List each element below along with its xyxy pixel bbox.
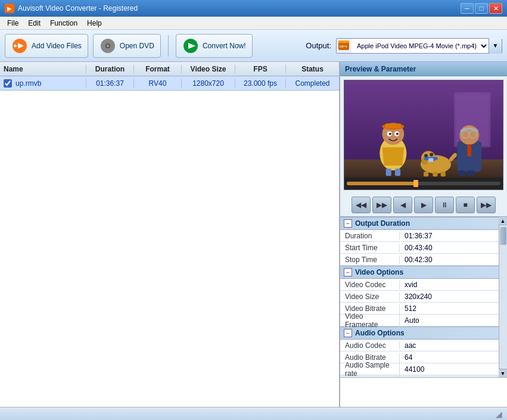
video-bitrate-val: 512 [400,304,507,313]
close-button[interactable]: ✕ [489,3,502,14]
forward-icon: ▶▶ [481,201,492,209]
video-options-container: Video Codec Video Size 320x240 Video Bit… [340,279,507,326]
menu-function[interactable]: Function [45,18,82,29]
start-time-row: Start Time [340,242,507,254]
preview-title: Preview & Parameter [345,65,416,73]
video-progress-thumb[interactable] [413,180,418,187]
output-duration-label: Output Duration [355,219,410,228]
toolbar-separator [168,35,169,57]
video-framerate-key: Video Framerate [340,312,400,329]
preview-panel: Preview & Parameter [340,62,507,407]
main-content: Name Duration Format Video Size FPS Stat… [0,62,507,407]
col-header-name: Name [0,65,86,73]
svg-point-22 [389,133,391,135]
col-header-videosize: Video Size [182,65,235,73]
prev-frame-button[interactable]: ◀◀ [352,197,371,213]
file-checkbox[interactable] [4,79,12,88]
audio-codec-val: aac [400,341,507,350]
file-table-body: up.rmvb 01:36:37 RV40 1280x720 23.000 fp… [0,76,339,407]
svg-point-23 [396,133,399,135]
play-button[interactable]: ▶ [414,197,433,213]
output-select-container[interactable]: MP4 Apple iPod Video MPEG-4 Movie (*.mp4… [336,38,502,54]
start-time-key: Start Time [340,244,400,252]
col-header-duration: Duration [86,65,134,73]
svg-rect-10 [338,41,349,43]
output-duration-collapse[interactable]: − [344,219,352,228]
svg-point-6 [107,45,109,47]
col-header-status: Status [286,65,339,73]
svg-text:MP4: MP4 [340,45,347,48]
resize-grip[interactable]: ◢ [496,409,502,419]
video-progress-bar[interactable] [344,178,503,189]
params-scrollbar[interactable]: ▲ ▼ [499,217,507,377]
next-frame-icon: ▶▶ [377,201,387,209]
video-scene [344,80,503,178]
play-icon: ▶ [421,201,427,209]
pause-button[interactable]: ⏸ [435,197,454,213]
status-bar: ◢ [0,407,507,420]
svg-point-38 [430,153,433,156]
video-codec-input[interactable] [405,281,494,289]
table-row[interactable]: up.rmvb 01:36:37 RV40 1280x720 23.000 fp… [0,76,339,91]
svg-rect-33 [468,170,474,176]
forward-button[interactable]: ▶▶ [477,197,496,213]
next-frame-button[interactable]: ▶▶ [372,197,391,213]
scroll-down-button[interactable]: ▼ [499,369,507,377]
video-options-label: Video Options [355,268,403,276]
stop-time-val[interactable] [400,256,507,264]
stop-icon: ■ [463,201,467,209]
svg-rect-41 [433,172,437,176]
convert-icon [182,38,199,54]
duration-key: Duration [340,232,400,240]
file-row-status: Completed [286,79,339,88]
audio-options-collapse[interactable]: − [344,329,352,337]
maximize-button[interactable]: □ [475,3,488,14]
title-bar: ▶ Auvisoft Video Converter - Registered … [0,0,507,17]
file-name: up.rmvb [15,79,41,88]
stop-button[interactable]: ■ [456,197,475,213]
video-options-collapse[interactable]: − [344,268,352,276]
video-bitrate-key: Video Bitrate [340,304,400,313]
add-video-button[interactable]: Add Video Files [5,34,88,58]
audio-samplerate-val: 44100 [400,365,507,374]
video-size-key: Video Size [340,293,400,301]
open-dvd-button[interactable]: Open DVD [93,34,161,58]
start-time-val[interactable] [400,244,507,252]
file-table-header: Name Duration Format Video Size FPS Stat… [0,62,339,76]
svg-rect-25 [395,169,400,176]
video-framerate-val: Auto [400,316,507,325]
file-row-format: RV40 [134,79,182,88]
col-header-format: Format [134,65,182,73]
output-preview-area [340,377,507,407]
minimize-button[interactable]: ─ [461,3,474,14]
video-codec-val[interactable] [400,281,499,289]
start-time-input[interactable] [405,244,502,252]
video-progress-track[interactable] [347,182,500,185]
scroll-up-button[interactable]: ▲ [499,217,507,225]
audio-bitrate-key: Audio Bitrate [340,353,400,362]
output-label: Output: [306,41,331,50]
scroll-thumb[interactable] [500,227,506,245]
rewind-button[interactable]: ◀ [393,197,412,213]
menu-file[interactable]: File [2,18,23,29]
window-title: Auvisoft Video Converter - Registered [18,4,138,13]
menu-edit[interactable]: Edit [23,18,45,29]
output-dropdown-arrow[interactable]: ▼ [489,38,502,54]
convert-button[interactable]: Convert Now! [176,34,253,58]
video-size-row: Video Size 320x240 [340,291,507,303]
title-controls: ─ □ ✕ [461,3,502,14]
app-icon: ▶ [5,4,14,13]
preview-header: Preview & Parameter [340,62,507,76]
stop-time-input[interactable] [405,256,502,264]
file-row-fps: 23.000 fps [235,79,286,88]
output-section: Output: MP4 Apple iPod Video MPEG-4 Movi… [306,38,502,54]
output-format-select[interactable]: Apple iPod Video MPEG-4 Movie (*.mp4) [352,42,489,50]
file-row-name: up.rmvb [0,79,86,88]
video-progress-fill [347,182,416,185]
video-framerate-row: Video Framerate Auto [340,315,507,326]
playback-controls: ◀◀ ▶▶ ◀ ▶ ⏸ ■ ▶▶ [340,194,507,216]
prev-frame-icon: ◀◀ [356,201,366,209]
params-section: − Output Duration Duration 01:36:37 Star… [340,216,507,377]
file-row-duration: 01:36:37 [86,79,134,88]
menu-help[interactable]: Help [82,18,107,29]
